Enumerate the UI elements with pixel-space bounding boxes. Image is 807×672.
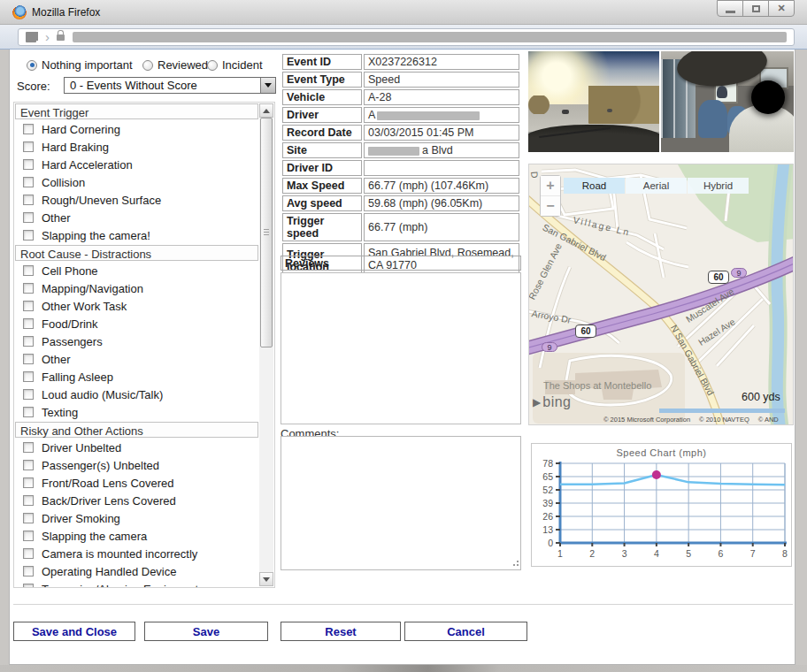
checkbox[interactable] (23, 301, 34, 311)
checkbox-row[interactable]: Other (14, 350, 259, 368)
zoom-out-button[interactable]: − (541, 196, 560, 216)
x-tick-label: 8 (782, 548, 788, 559)
scrollbar[interactable] (259, 103, 273, 586)
bing-logo-icon: ▶ (533, 396, 541, 409)
checkbox-row[interactable]: Food/Drink (14, 315, 259, 332)
checkbox-row[interactable]: Other (14, 209, 259, 226)
minimize-button[interactable] (717, 0, 743, 17)
checkbox[interactable] (23, 141, 34, 152)
checkbox[interactable] (23, 195, 34, 205)
checkbox-row[interactable]: Driver Unbelted (14, 439, 259, 456)
score-dropdown[interactable]: 0 - Events Without Score (64, 77, 276, 94)
checkbox-row[interactable]: Falling Asleep (14, 368, 259, 386)
checkbox[interactable] (23, 442, 34, 453)
checkbox-row[interactable]: Hard Braking (14, 138, 259, 156)
behavior-checkbox-panel: Event Trigger Hard Cornering Hard Brakin… (13, 102, 275, 588)
checkbox-row[interactable]: Loud audio (Music/Talk) (14, 386, 259, 403)
checkbox[interactable] (23, 159, 34, 170)
radio-reviewed[interactable] (142, 60, 153, 71)
checkbox-row[interactable]: Hard Acceleration (14, 156, 259, 173)
checkbox-row[interactable]: Collision (14, 173, 259, 191)
checkbox-row[interactable]: Texting (14, 403, 259, 421)
reset-button[interactable]: Reset (281, 622, 401, 641)
save-and-close-button[interactable]: Save and Close (13, 622, 135, 641)
checkbox[interactable] (23, 177, 34, 187)
checkbox-row[interactable]: Tampering/Abusing Equipment (14, 580, 259, 587)
checkbox-row[interactable]: Operating Handled Device (14, 562, 259, 580)
radio-label: Reviewed (158, 58, 208, 72)
y-tick-label: 78 (542, 458, 553, 469)
tab-road[interactable]: Road (564, 178, 625, 194)
zoom-in-button[interactable]: + (541, 176, 560, 195)
checkbox[interactable] (23, 283, 34, 294)
checkbox[interactable] (23, 265, 34, 276)
exit-9-badge: 9 (731, 268, 747, 278)
radio-incident[interactable] (207, 60, 218, 71)
detail-label: Avg speed (282, 195, 362, 211)
checkbox-row[interactable]: Slapping the camera (14, 527, 259, 545)
x-tick-label: 3 (622, 548, 627, 559)
checkbox-row[interactable]: Front/Road Lens Covered (14, 474, 259, 492)
checkbox[interactable] (23, 336, 34, 347)
checkbox-row[interactable]: Cell Phone (14, 262, 259, 279)
table-row: Avg speed59.68 (mph) (96.05Km) (282, 195, 519, 211)
checkbox-row[interactable]: Mapping/Navigation (14, 279, 259, 297)
address-bar[interactable]: › (18, 28, 795, 46)
checkbox[interactable] (23, 513, 34, 523)
tab-aerial[interactable]: Aerial (626, 178, 687, 194)
scrollbar-thumb[interactable] (260, 118, 273, 347)
detail-value: a Blvd (364, 142, 519, 158)
checkbox[interactable] (23, 460, 34, 470)
bing-map[interactable]: Village Ln San Gabriel Blvd Rose Glen Av… (528, 164, 794, 425)
reviews-box (281, 272, 521, 424)
checkbox-row[interactable]: Other Work Task (14, 297, 259, 315)
tab-hybrid[interactable]: Hybrid (688, 178, 749, 194)
checkbox[interactable] (23, 531, 34, 541)
restore-button[interactable] (742, 0, 769, 17)
checkbox-row[interactable]: Camera is mounted incorrectly (14, 545, 259, 562)
checkbox-row[interactable]: Passenger(s) Unbelted (14, 456, 259, 474)
checkbox[interactable] (23, 124, 34, 134)
checkbox-label: Front/Road Lens Covered (42, 477, 174, 490)
save-button[interactable]: Save (144, 622, 268, 641)
checkbox[interactable] (23, 389, 34, 400)
scrollbar-down-icon[interactable] (259, 572, 273, 586)
checkbox[interactable] (23, 548, 34, 559)
scrollbar-up-icon[interactable] (259, 103, 273, 118)
detail-value: X0237226312 (364, 54, 519, 70)
table-row: Event TypeSpeed (282, 72, 519, 88)
checkbox-row[interactable]: Hard Cornering (14, 120, 259, 138)
resize-grip-icon[interactable] (511, 560, 519, 569)
checkbox-row[interactable]: Passengers (14, 332, 259, 350)
detail-label: Trigger speed (282, 213, 362, 241)
radio-option-reviewed[interactable]: Reviewed (142, 58, 208, 72)
checkbox-row[interactable]: Slapping the camera! (14, 226, 259, 244)
dropdown-arrow-icon[interactable] (260, 78, 275, 93)
radio-nothing-important[interactable] (27, 60, 37, 71)
radio-option-incident[interactable]: Incident (207, 58, 263, 72)
checkbox[interactable] (23, 407, 34, 417)
checkbox-row[interactable]: Driver Smoking (14, 509, 259, 527)
checkbox[interactable] (23, 230, 34, 241)
close-button[interactable]: ✕ (768, 0, 795, 17)
checkbox[interactable] (23, 212, 34, 223)
radio-option-nothing-important[interactable]: Nothing important (27, 58, 133, 72)
checkbox-row[interactable]: Back/Driver Lens Covered (14, 492, 259, 509)
radio-label: Incident (222, 58, 263, 72)
detail-label: Record Date (282, 125, 362, 141)
checkbox[interactable] (23, 318, 34, 329)
map-scale-bar (659, 409, 785, 413)
y-tick-label: 0 (548, 538, 553, 548)
checkbox[interactable] (23, 495, 34, 506)
checkbox-row[interactable]: Rough/Uneven Surface (14, 191, 259, 209)
cancel-button[interactable]: Cancel (404, 622, 527, 641)
checkbox[interactable] (23, 354, 34, 364)
comments-textarea[interactable] (281, 436, 521, 570)
checkbox[interactable] (23, 371, 34, 382)
checkbox[interactable] (23, 566, 34, 577)
window-controls: ✕ (718, 0, 795, 17)
checkbox[interactable] (23, 477, 34, 488)
checkbox-label: Cell Phone (42, 264, 98, 278)
section-header-risky-actions: Risky and Other Actions (15, 422, 258, 438)
checkbox[interactable] (23, 584, 34, 587)
